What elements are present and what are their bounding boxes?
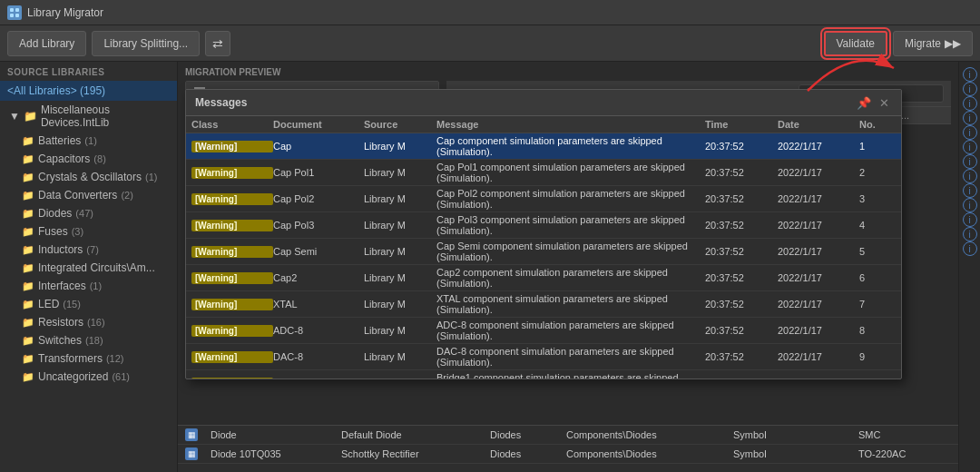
validate-button[interactable]: Validate	[824, 31, 887, 56]
sidebar-item-label: Batteries	[38, 134, 81, 147]
message-text: Cap Pol3 component simulation parameters…	[436, 214, 705, 236]
messages-table-header: Class Document Source Message Time Date …	[186, 116, 901, 133]
sidebar-item-fuses[interactable]: 📁 Fuses (3)	[0, 222, 177, 241]
folder-icon: 📁	[24, 110, 37, 123]
message-source: Library M	[364, 246, 436, 257]
message-row[interactable]: [Warning]Cap Pol3Library MCap Pol3 compo…	[186, 212, 901, 239]
sidebar-item-capacitors[interactable]: 📁 Capacitors (8)	[0, 150, 177, 168]
info-icon[interactable]: i	[963, 111, 977, 125]
message-row[interactable]: [Warning]Cap2Library MCap2 component sim…	[186, 265, 901, 291]
source-libraries-label: SOURCE LIBRARIES	[0, 62, 177, 81]
component-path: Components\Diodes	[566, 429, 730, 440]
sidebar-item-interfaces[interactable]: 📁 Interfaces (1)	[0, 277, 177, 295]
sidebar-item-integrated-circuitsam[interactable]: 📁 Integrated Circuits\Am...	[0, 259, 177, 277]
info-icon[interactable]: i	[963, 169, 977, 183]
message-row[interactable]: [Warning]Bridge1Library MBridge1 compone…	[186, 370, 901, 379]
warning-badge: [Warning]	[191, 220, 273, 231]
transfer-icon-button[interactable]: ⇄	[205, 31, 230, 56]
library-splitting-button[interactable]: Library Splitting...	[92, 31, 200, 56]
sidebar-item-label: Integrated Circuits\Am...	[38, 261, 155, 274]
sidebar-item-label: Transformers	[38, 352, 103, 365]
message-row[interactable]: [Warning]ADC-8Library MADC-8 component s…	[186, 318, 901, 344]
svg-rect-1	[15, 8, 19, 12]
info-icon[interactable]: i	[963, 67, 977, 82]
miscellaneous-devices-item[interactable]: ▼ 📁 Miscellaneous Devices.IntLib	[0, 101, 177, 132]
message-row[interactable]: [Warning]Cap Pol2Library MCap Pol2 compo…	[186, 186, 901, 212]
misc-devices-label: Miscellaneous Devices.IntLib	[41, 103, 170, 129]
info-icon[interactable]: i	[963, 140, 977, 154]
pin-button[interactable]: 📌	[856, 94, 872, 111]
sidebar-item-inductors[interactable]: 📁 Inductors (7)	[0, 241, 177, 259]
sidebar-item-switches[interactable]: 📁 Switches (18)	[0, 331, 177, 349]
message-document: Cap	[273, 141, 364, 152]
sidebar-item-resistors[interactable]: 📁 Resistors (16)	[0, 313, 177, 331]
message-source: Library M	[364, 193, 436, 204]
message-time: 20:37:52	[705, 246, 778, 257]
close-button[interactable]: ✕	[876, 94, 892, 111]
folder-icon: 📁	[22, 135, 34, 147]
warning-badge: [Warning]	[191, 378, 273, 379]
all-libraries-item[interactable]: <All Libraries> (195)	[0, 81, 177, 101]
sidebar-item-data-converters[interactable]: 📁 Data Converters (2)	[0, 186, 177, 204]
info-icon[interactable]: i	[963, 212, 977, 227]
migrate-button[interactable]: Migrate ▶▶	[893, 31, 973, 56]
folder-icon: 📁	[22, 208, 34, 220]
dialog-actions: 📌 ✕	[856, 94, 892, 111]
sidebar-item-batteries[interactable]: 📁 Batteries (1)	[0, 132, 177, 150]
warning-badge: [Warning]	[191, 325, 273, 337]
component-row[interactable]: ▦DiodeDefault DiodeDiodesComponents\Diod…	[178, 426, 958, 445]
warning-badge: [Warning]	[191, 141, 273, 152]
sidebar-item-led[interactable]: 📁 LED (15)	[0, 295, 177, 313]
folder-icon: 📁	[22, 190, 34, 202]
info-icons-list: iiiiiiiiiiiii	[963, 67, 977, 256]
message-document: Bridge1	[273, 378, 364, 379]
component-size: TO-220AC	[858, 448, 931, 459]
info-icon[interactable]: i	[963, 82, 977, 96]
component-description: Schottky Rectifier	[341, 448, 486, 459]
content-area: MIGRATION PREVIEW Component Types Compon…	[178, 62, 958, 472]
right-info-panel: iiiiiiiiiiiii	[958, 62, 980, 472]
message-time: 20:37:52	[705, 325, 778, 336]
folder-icon: 📁	[22, 244, 34, 256]
sidebar-item-label: Interfaces	[38, 280, 86, 292]
message-row[interactable]: [Warning]XTALLibrary MXTAL component sim…	[186, 291, 901, 318]
info-icon[interactable]: i	[963, 241, 977, 256]
message-source: Library M	[364, 220, 436, 231]
info-icon[interactable]: i	[963, 154, 977, 169]
document-col: Document	[273, 119, 364, 130]
message-date: 2022/1/17	[778, 299, 859, 310]
component-name: Diode	[211, 429, 338, 440]
info-icon[interactable]: i	[963, 96, 977, 111]
message-row[interactable]: [Warning]Cap SemiLibrary MCap Semi compo…	[186, 239, 901, 265]
message-row[interactable]: [Warning]DAC-8Library MDAC-8 component s…	[186, 344, 901, 370]
sidebar-item-transformers[interactable]: 📁 Transformers (12)	[0, 349, 177, 368]
sidebar-item-uncategorized[interactable]: 📁 Uncategorized (61)	[0, 368, 177, 386]
app-title: Library Migrator	[27, 6, 103, 19]
sidebar-item-count: (18)	[85, 335, 103, 346]
sidebar-item-diodes[interactable]: 📁 Diodes (47)	[0, 204, 177, 222]
sidebar-item-label: Resistors	[38, 316, 83, 329]
info-icon[interactable]: i	[963, 125, 977, 140]
info-icon[interactable]: i	[963, 227, 977, 241]
sidebar-item-crystals--oscillators[interactable]: 📁 Crystals & Oscillators (1)	[0, 168, 177, 186]
info-icon[interactable]: i	[963, 183, 977, 198]
sidebar-item-count: (16)	[87, 317, 105, 328]
add-library-button[interactable]: Add Library	[7, 31, 86, 56]
time-col: Time	[705, 119, 778, 130]
component-type: Symbol	[733, 448, 797, 459]
folder-icon: 📁	[22, 371, 34, 383]
message-source: Library M	[364, 141, 436, 152]
message-time: 20:37:52	[705, 220, 778, 231]
component-row[interactable]: ▦Diode 10TQ035Schottky RectifierDiodesCo…	[178, 445, 958, 464]
component-icon: ▦	[185, 428, 198, 441]
sidebar-item-count: (61)	[112, 371, 130, 382]
message-text: Cap2 component simulation parameters are…	[436, 267, 705, 289]
message-row[interactable]: [Warning]Cap Pol1Library MCap Pol1 compo…	[186, 160, 901, 186]
sidebar-item-label: Uncategorized	[38, 370, 108, 383]
migration-preview-label: MIGRATION PREVIEW	[178, 62, 958, 81]
component-name: Diode 10TQ035	[211, 448, 338, 459]
info-icon[interactable]: i	[963, 198, 977, 212]
source-libraries-panel: SOURCE LIBRARIES <All Libraries> (195) ▼…	[0, 62, 178, 472]
date-col: Date	[778, 119, 859, 130]
message-row[interactable]: [Warning]CapLibrary MCap component simul…	[186, 133, 901, 160]
